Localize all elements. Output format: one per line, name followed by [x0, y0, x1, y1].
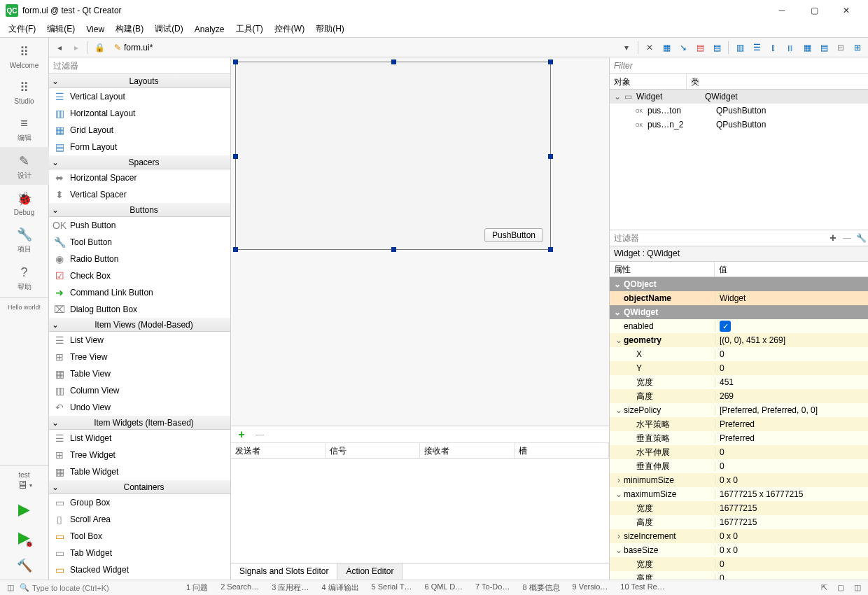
widget-item[interactable]: ◉Radio Button — [49, 251, 230, 267]
widget-item[interactable]: ▭Frame — [49, 578, 230, 580]
property-row[interactable]: ›minimumSize0 x 0 — [610, 473, 868, 487]
widget-category[interactable]: ⌄Layouts — [49, 74, 230, 88]
property-list[interactable]: ⌄QObjectobjectNameWidget⌄QWidgetenabled✓… — [610, 277, 868, 580]
remove-signal-button[interactable]: — — [252, 427, 267, 442]
mode-帮助[interactable]: ?帮助 — [0, 258, 49, 296]
resize-handle[interactable] — [548, 59, 553, 64]
output-popup-icon[interactable]: ⇱ — [816, 580, 832, 596]
menu-item[interactable]: 控件(W) — [269, 21, 310, 37]
mode-编辑[interactable]: ≡编辑 — [0, 109, 49, 147]
menu-item[interactable]: 调试(D) — [149, 21, 189, 37]
property-row[interactable]: 垂直伸展0 — [610, 459, 868, 473]
output-tab[interactable]: 7 To-Do… — [471, 581, 514, 594]
property-row[interactable]: enabled✓ — [610, 319, 868, 333]
object-filter-input[interactable] — [610, 57, 868, 74]
locator[interactable]: 🔍 — [20, 583, 181, 592]
property-row[interactable]: 高度269 — [610, 389, 868, 403]
layout-h-icon[interactable]: ▥ — [732, 40, 748, 55]
tab-dropdown-icon[interactable]: ▾ — [619, 40, 634, 55]
resize-handle[interactable] — [548, 154, 553, 159]
property-row[interactable]: 高度0 — [610, 571, 868, 580]
widget-category[interactable]: ⌄Item Views (Model-Based) — [49, 318, 230, 332]
property-row[interactable]: 水平策略Preferred — [610, 417, 868, 431]
adjust-size-icon[interactable]: ⊞ — [850, 40, 865, 55]
signals-col-header[interactable]: 接收者 — [420, 443, 514, 458]
layout-grid-icon[interactable]: ▦ — [799, 40, 815, 55]
object-tree-row[interactable]: OKpus…n_2QPushButton — [610, 118, 868, 132]
output-tab[interactable]: 8 概要信息 — [518, 581, 564, 594]
widget-category[interactable]: ⌄Containers — [49, 480, 230, 494]
property-row[interactable]: 宽度0 — [610, 557, 868, 571]
widget-item[interactable]: ▦Grid Layout — [49, 122, 230, 139]
property-row[interactable]: 高度16777215 — [610, 515, 868, 529]
mode-debug[interactable]: 🐞Debug — [0, 185, 49, 220]
menu-item[interactable]: 文件(F) — [3, 21, 41, 37]
mode-studio[interactable]: ⠿Studio — [0, 74, 49, 109]
property-row[interactable]: 宽度16777215 — [610, 501, 868, 515]
prop-col-header[interactable]: 值 — [715, 262, 732, 276]
menu-item[interactable]: View — [80, 22, 110, 36]
build-button[interactable]: 🔨 — [0, 552, 49, 580]
property-row[interactable]: ⌄geometry[(0, 0), 451 x 269] — [610, 333, 868, 347]
widgetbox-filter-input[interactable] — [49, 57, 230, 74]
widget-item[interactable]: ▭Group Box — [49, 494, 230, 511]
widget-item[interactable]: ☰List Widget — [49, 430, 230, 447]
property-row[interactable]: 宽度451 — [610, 375, 868, 389]
property-group[interactable]: ⌄QWidget — [610, 305, 868, 319]
close-tab-icon[interactable]: ✕ — [642, 40, 657, 55]
property-group[interactable]: ⌄QObject — [610, 277, 868, 291]
signals-table-body[interactable] — [231, 458, 609, 563]
test-kit-selector[interactable]: test 🖥▾ — [0, 467, 49, 496]
output-tab[interactable]: 4 编译输出 — [317, 581, 363, 594]
locator-input[interactable] — [32, 584, 151, 592]
form-canvas[interactable]: PushButton — [231, 57, 609, 426]
resize-handle[interactable] — [391, 247, 396, 252]
edit-buddies-icon[interactable]: ▤ — [692, 40, 708, 55]
edit-signals-icon[interactable]: ↘ — [676, 40, 691, 55]
editor-tab[interactable]: ✎form.ui* — [108, 41, 158, 54]
output-tab[interactable]: 6 QML D… — [420, 581, 467, 594]
signals-col-header[interactable]: 发送者 — [231, 443, 326, 458]
resize-handle[interactable] — [233, 154, 238, 159]
output-tab[interactable]: 10 Test Re… — [616, 581, 668, 594]
property-filter-input[interactable] — [610, 230, 826, 246]
obj-col-header[interactable]: 类 — [687, 74, 704, 89]
object-inspector-tree[interactable]: ⌄▭WidgetQWidgetOKpus…tonQPushButtonOKpus… — [610, 90, 868, 230]
widget-item[interactable]: ⊞Tree Widget — [49, 447, 230, 463]
maximize-button[interactable]: ▢ — [798, 0, 830, 21]
resize-handle[interactable] — [548, 247, 553, 252]
widget-item[interactable]: ▥Horizontal Layout — [49, 105, 230, 122]
menu-item[interactable]: 编辑(E) — [41, 21, 80, 37]
close-output-icon[interactable]: ▢ — [833, 580, 848, 596]
property-row[interactable]: Y0 — [610, 361, 868, 375]
object-tree-row[interactable]: OKpus…tonQPushButton — [610, 104, 868, 118]
property-row[interactable]: ⌄maximumSize16777215 x 16777215 — [610, 487, 868, 501]
nav-fwd-icon[interactable]: ▸ — [69, 40, 84, 55]
widget-item[interactable]: ▯Scroll Area — [49, 511, 230, 528]
widget-item[interactable]: ☑Check Box — [49, 267, 230, 284]
bottom-tab[interactable]: Action Editor — [337, 564, 402, 580]
layout-v-icon[interactable]: ☰ — [749, 40, 764, 55]
menu-item[interactable]: 工具(T) — [230, 21, 269, 37]
signals-col-header[interactable]: 槽 — [514, 443, 609, 458]
property-row[interactable]: 垂直策略Preferred — [610, 431, 868, 445]
widget-item[interactable]: ▭Tool Box — [49, 528, 230, 545]
property-row[interactable]: ›sizeIncrement0 x 0 — [610, 529, 868, 543]
widget-item[interactable]: ▥Column View — [49, 382, 230, 399]
widget-item[interactable]: ⌧Dialog Button Box — [49, 301, 230, 318]
edit-taborder-icon[interactable]: ▤ — [709, 40, 724, 55]
resize-handle[interactable] — [233, 247, 238, 252]
object-tree-row[interactable]: ⌄▭WidgetQWidget — [610, 90, 868, 104]
output-tab[interactable]: 1 问题 — [182, 581, 212, 594]
menu-item[interactable]: Analyze — [189, 22, 230, 36]
right-sidebar-toggle-icon[interactable]: ◫ — [850, 580, 865, 596]
property-row[interactable]: ⌄baseSize0 x 0 — [610, 543, 868, 557]
layout-form-icon[interactable]: ▤ — [816, 40, 832, 55]
signals-col-header[interactable]: 信号 — [326, 443, 420, 458]
menu-item[interactable]: 帮助(H) — [310, 21, 350, 37]
widget-item[interactable]: ➜Command Link Button — [49, 284, 230, 301]
widgetbox-filter[interactable] — [49, 57, 230, 74]
widget-category[interactable]: ⌄Item Widgets (Item-Based) — [49, 416, 230, 430]
mode-项目[interactable]: 🔧项目 — [0, 220, 49, 258]
add-property-button[interactable]: + — [826, 231, 840, 245]
